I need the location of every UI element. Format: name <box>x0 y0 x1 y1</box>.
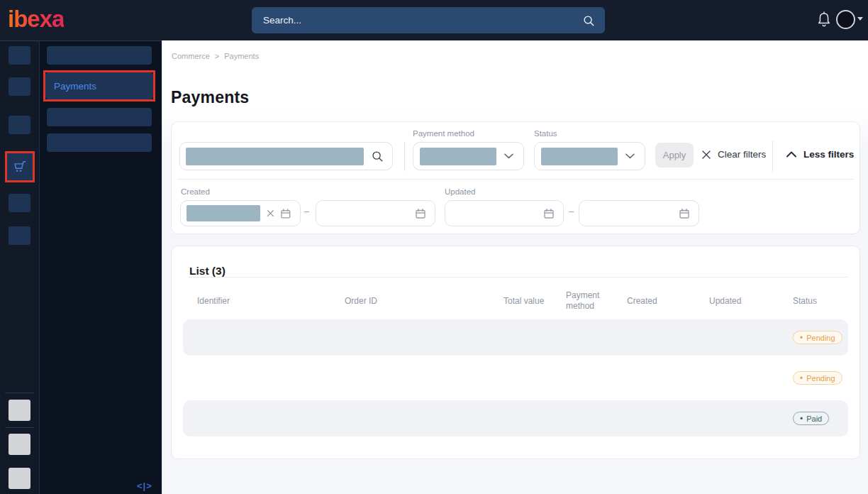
placeholder-block <box>541 148 618 165</box>
filters-row-divider <box>177 179 854 180</box>
search-icon[interactable] <box>582 14 595 27</box>
status-select[interactable] <box>534 142 645 170</box>
notifications-bell-icon[interactable] <box>816 11 832 29</box>
list-title: List (3) <box>189 265 226 278</box>
submenu-item-payments[interactable]: Payments <box>45 72 153 99</box>
user-avatar[interactable] <box>836 10 855 29</box>
rail-bottom-item-3[interactable] <box>9 468 30 489</box>
calendar-icon[interactable] <box>679 208 690 219</box>
less-filters-toggle[interactable]: Less filters <box>786 149 854 160</box>
status-badge-label: Paid <box>806 415 822 423</box>
table-header: Identifier Order ID Total value Payment … <box>183 287 848 315</box>
status-dot-icon: • <box>800 415 803 423</box>
breadcrumb-separator: > <box>215 52 219 60</box>
updated-to-input[interactable] <box>579 200 699 226</box>
created-to-input[interactable] <box>316 200 435 226</box>
annotation-box-commerce <box>5 151 35 182</box>
submenu-item-placeholder-2[interactable] <box>47 108 152 126</box>
clear-date-icon[interactable] <box>267 209 274 217</box>
ibexa-logo[interactable]: ibexa <box>8 6 64 33</box>
created-from-input[interactable] <box>180 200 301 226</box>
status-dot-icon: • <box>800 374 803 383</box>
calendar-icon[interactable] <box>543 208 555 219</box>
list-divider <box>188 277 848 278</box>
apply-button[interactable]: Apply <box>655 143 694 168</box>
filter-divider <box>404 142 405 171</box>
column-payment-method: Payment method <box>566 290 627 312</box>
user-menu-caret-icon[interactable] <box>857 17 863 23</box>
less-filters-label: Less filters <box>803 149 854 160</box>
created-label: Created <box>181 187 210 196</box>
sidebar-icon-rail <box>0 40 39 494</box>
status-badge-label: Pending <box>806 334 835 342</box>
date-range-dash: – <box>569 206 574 216</box>
placeholder-block <box>420 148 496 165</box>
rail-item-5[interactable] <box>9 194 30 212</box>
placeholder-block <box>186 148 364 165</box>
status-badge: • Paid <box>793 412 829 425</box>
rail-bottom-item-1[interactable] <box>9 400 30 421</box>
page-title: Payments <box>171 88 249 107</box>
column-created: Created <box>627 296 709 307</box>
filters-card: Payment method Status Apply Clear filter… <box>171 121 860 234</box>
global-search-input[interactable] <box>262 14 582 26</box>
updated-label: Updated <box>445 187 475 196</box>
column-identifier: Identifier <box>197 296 345 307</box>
breadcrumb-payments: Payments <box>224 52 259 60</box>
placeholder-block <box>187 205 260 221</box>
table-row[interactable]: • Pending <box>183 360 848 396</box>
payments-list-card: List (3) Identifier Order ID Total value… <box>171 246 860 459</box>
updated-from-input[interactable] <box>445 200 564 226</box>
column-order-id: Order ID <box>345 296 503 307</box>
chevron-down-icon <box>504 153 513 159</box>
shopping-cart-icon <box>12 159 28 175</box>
column-status: Status <box>793 296 848 307</box>
sidebar-submenu: Payments <|> <box>39 40 162 494</box>
chevron-down-icon <box>625 153 635 159</box>
annotation-box-payments: Payments <box>43 70 155 101</box>
calendar-icon[interactable] <box>415 208 426 219</box>
filter-search-input[interactable] <box>179 142 393 170</box>
collapse-panel-icon[interactable]: <|> <box>137 481 152 491</box>
x-mark-icon <box>701 150 711 160</box>
column-updated: Updated <box>709 296 793 307</box>
clear-filters-label: Clear filters <box>718 149 766 160</box>
rail-item-1[interactable] <box>9 46 30 65</box>
clear-filters-button[interactable]: Clear filters <box>701 149 766 160</box>
table-row[interactable]: • Paid <box>183 400 848 437</box>
status-badge: • Pending <box>793 331 842 344</box>
calendar-icon[interactable] <box>280 208 291 219</box>
submenu-item-placeholder-1[interactable] <box>47 46 152 65</box>
rail-item-3[interactable] <box>9 116 30 134</box>
table-row[interactable]: • Pending <box>183 319 848 356</box>
rail-item-2[interactable] <box>9 77 30 96</box>
payments-menu-label: Payments <box>54 81 96 92</box>
topbar: ibexa <box>0 0 868 40</box>
search-icon <box>371 150 384 163</box>
rail-divider <box>5 427 34 428</box>
breadcrumb-commerce[interactable]: Commerce <box>172 52 210 60</box>
payment-method-select[interactable] <box>413 142 524 170</box>
payment-method-label: Payment method <box>413 129 474 138</box>
filter-divider <box>772 141 773 172</box>
status-badge-label: Pending <box>806 374 835 383</box>
status-label: Status <box>534 129 557 138</box>
rail-bottom-item-2[interactable] <box>9 434 30 455</box>
global-search[interactable] <box>252 7 605 33</box>
main-content: Commerce > Payments Payments Payment met… <box>162 40 868 494</box>
chevron-up-icon <box>786 151 796 158</box>
date-range-dash: – <box>304 206 309 216</box>
column-total-value: Total value <box>503 296 566 307</box>
breadcrumb: Commerce > Payments <box>172 52 259 60</box>
rail-item-6[interactable] <box>9 226 30 245</box>
rail-divider <box>5 393 34 393</box>
status-dot-icon: • <box>800 334 803 342</box>
rail-item-commerce[interactable] <box>7 153 33 180</box>
submenu-item-placeholder-3[interactable] <box>47 133 152 152</box>
table-body: • Pending • Pending <box>183 319 848 441</box>
status-badge: • Pending <box>793 371 842 385</box>
